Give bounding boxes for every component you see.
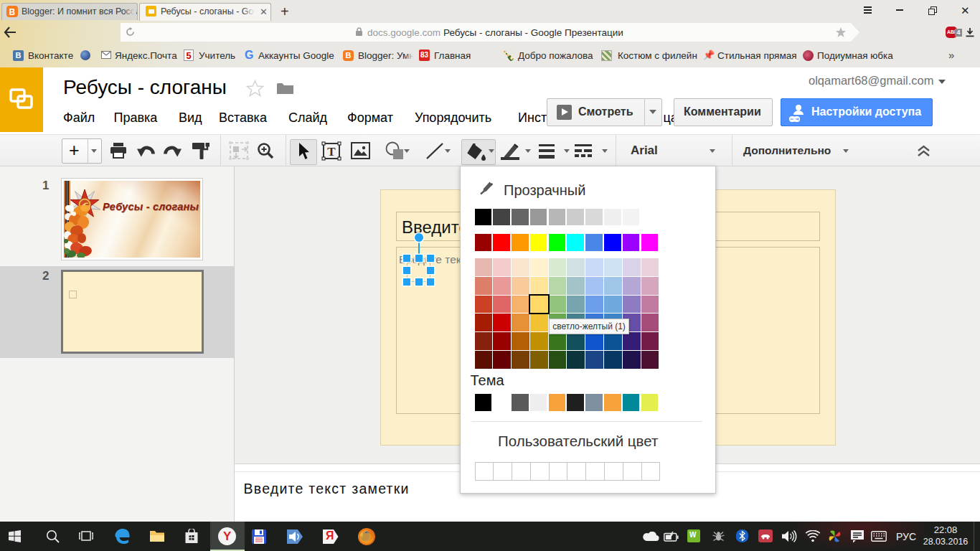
svg-text:T: T xyxy=(327,145,336,159)
